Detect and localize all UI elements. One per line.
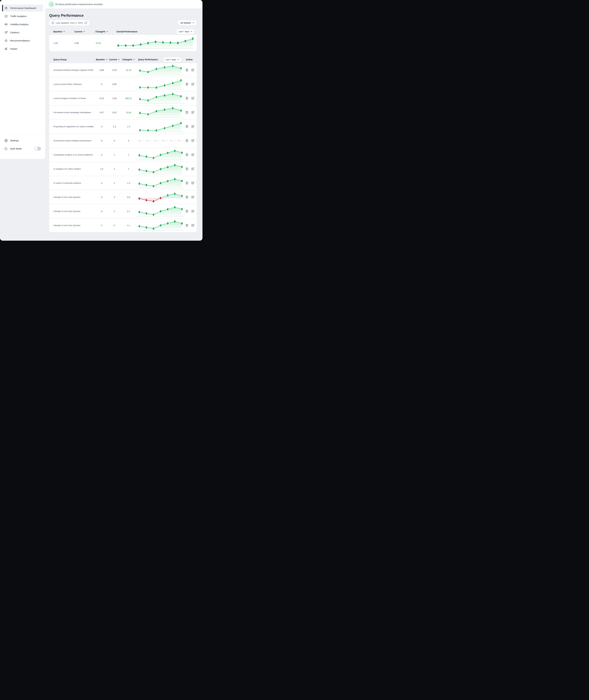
refresh-icon[interactable] (84, 21, 87, 24)
sidebar-item-citations[interactable]: Citations (2, 29, 43, 36)
sidebar-item-traffic-analytics[interactable]: Traffic Analytics (2, 13, 43, 20)
overall-current-header[interactable]: Current (74, 30, 95, 33)
overall-change-header[interactable]: Change% (95, 30, 117, 33)
last-updated-pill: Last updated: June 5, 2025 (49, 20, 89, 25)
sidebar-item-visibility-analytics[interactable]: Visibility Analytics (2, 21, 43, 28)
main-area: 84 Query performance measurements record… (45, 0, 202, 241)
delete-button[interactable] (185, 97, 189, 100)
edit-button[interactable] (191, 195, 194, 199)
table-row: AI analytics for online retailers 1.5 2 … (49, 162, 197, 176)
current-value: 1 (108, 154, 121, 156)
current-value: 2.3 (108, 125, 121, 128)
sidebar-item-label: Impact (10, 47, 17, 50)
delete-button[interactable] (185, 125, 189, 128)
sidebar-item-performance-dashboard[interactable]: Performance Dashboard (2, 5, 43, 11)
baseline-header[interactable]: Baseline (96, 58, 108, 61)
column-label: Current (74, 30, 82, 33)
chevron-down-icon (63, 31, 65, 32)
table-row: Pre-owned luxury handbags marketplace 0.… (49, 105, 197, 119)
delete-button[interactable] (185, 167, 189, 170)
row-actions (185, 97, 195, 100)
delete-button[interactable] (185, 224, 189, 227)
delete-button[interactable] (185, 83, 189, 86)
table-row: eCommerce brand visibility enhancement 0… (49, 133, 197, 147)
current-value: 0.52 (108, 111, 121, 114)
edit-button[interactable] (191, 153, 194, 156)
models-dropdown[interactable]: All Models (178, 20, 197, 25)
delete-button[interactable] (185, 68, 189, 72)
change-value: 3 (121, 168, 136, 170)
column-label: Change% (95, 30, 105, 33)
row-sparkline (136, 148, 185, 162)
gear-icon (4, 139, 8, 142)
row-sparkline (136, 176, 185, 190)
chevron-down-icon (133, 59, 135, 60)
delete-button[interactable] (185, 139, 189, 142)
edit-button[interactable] (191, 125, 194, 128)
models-dropdown-label: All Models (180, 21, 191, 24)
sidebar-item-label: Visibility Analytics (10, 23, 29, 26)
baseline-value: 0.47 (96, 111, 108, 114)
recommendations-icon (4, 39, 8, 42)
change-header[interactable]: Change% (121, 58, 136, 61)
sidebar-item-dark-mode[interactable]: Dark Mode (2, 145, 43, 152)
row-sparkline (136, 63, 185, 77)
edit-button[interactable] (191, 181, 194, 185)
column-label: Baseline (53, 30, 62, 33)
edit-button[interactable] (191, 139, 194, 142)
sidebar-item-label: Citations (10, 31, 19, 34)
last-updated-text: Last updated: June 5, 2025 (56, 22, 83, 24)
row-actions (185, 209, 195, 213)
current-value: 2 (108, 168, 121, 170)
baseline-value: 0 (96, 140, 108, 142)
current-header[interactable]: Current (108, 58, 121, 61)
chevron-down-icon (177, 59, 179, 60)
table-row: Luxury Casual Wear Collection 0 0.65 - (49, 77, 197, 91)
edit-button[interactable] (191, 224, 194, 227)
overall-baseline-header[interactable]: Baseline (53, 30, 74, 33)
delete-button[interactable] (185, 153, 189, 156)
delete-button[interactable] (185, 111, 189, 114)
edit-button[interactable] (191, 97, 194, 100)
row-actions (185, 153, 195, 156)
query-group-name: Lifestyle & Use Case Queries (53, 196, 96, 198)
edit-button[interactable] (191, 209, 194, 213)
sidebar-item-impact[interactable]: Impact (2, 45, 43, 52)
edit-icon (191, 97, 194, 100)
traffic-analytics-icon (4, 14, 8, 18)
sidebar-column: Performance Dashboard Traffic Analytics … (0, 0, 45, 241)
edit-button[interactable] (191, 68, 194, 72)
row-sparkline (136, 120, 185, 133)
baseline-value: 0.23 (96, 97, 108, 100)
trash-icon (185, 167, 189, 170)
trash-icon (185, 181, 189, 185)
change-value: 1.2 (121, 182, 136, 184)
trash-icon (185, 125, 189, 128)
overall-baseline-value: 1.43 (53, 42, 74, 44)
column-label: Change% (122, 58, 132, 61)
range-label: Last 7 days (166, 58, 176, 61)
sidebar-item-settings[interactable]: Settings (2, 137, 43, 144)
sidebar-item-recommendations[interactable]: Recommendations (2, 37, 43, 44)
query-group-name: Luxury Casual Wear Collection (53, 83, 96, 85)
edit-button[interactable] (191, 167, 194, 170)
baseline-value: 6.88 (96, 69, 108, 72)
table-range-dropdown[interactable]: Last 7 days (163, 57, 181, 62)
dark-mode-toggle[interactable] (34, 147, 41, 150)
row-sparkline (136, 92, 185, 105)
change-value: 0.9 (121, 196, 136, 198)
current-value: 9.79 (108, 69, 121, 72)
delete-button[interactable] (185, 181, 189, 185)
sidebar: Performance Dashboard Traffic Analytics … (0, 0, 45, 159)
edit-icon (191, 83, 194, 86)
overall-range-dropdown[interactable]: Last 7 days (177, 29, 194, 34)
edit-button[interactable] (191, 111, 194, 114)
notification-bar: 84 Query performance measurements record… (45, 0, 202, 8)
sidebar-divider (4, 135, 42, 135)
delete-button[interactable] (185, 209, 189, 213)
delete-button[interactable] (185, 195, 189, 199)
edit-button[interactable] (191, 83, 194, 86)
row-actions (185, 68, 195, 72)
app-window: Performance Dashboard Traffic Analytics … (0, 0, 202, 241)
moon-icon (4, 147, 8, 150)
